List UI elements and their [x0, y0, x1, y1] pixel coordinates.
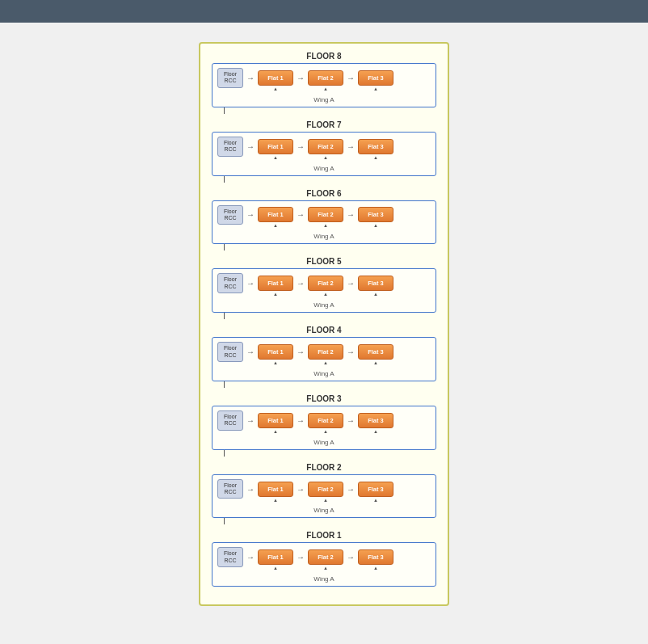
floor-box-2: FloorRCC→Flat 1→Flat 2→Flat 3Wing A — [212, 200, 436, 245]
floor-row-7: FloorRCC→Flat 1→Flat 2→Flat 3 — [217, 547, 431, 567]
arrow-flat-3-0: → — [297, 279, 305, 288]
wing-bottom-1: Wing A — [217, 165, 431, 172]
arrow-flat-7-0: → — [297, 553, 305, 562]
rcc-box-3: FloorRCC — [217, 273, 243, 293]
arrow-flat-1-1: → — [347, 142, 355, 151]
flat-box-0-1: Flat 2 — [308, 70, 343, 86]
floor-section-4: FLOOR 4FloorRCC→Flat 1→Flat 2→Flat 3Wing… — [212, 326, 436, 388]
flat-box-2-2: Flat 3 — [358, 207, 393, 222]
arrow-rcc-1: → — [246, 142, 255, 151]
arrow-rcc-7: → — [246, 553, 255, 562]
floor-section-0: FLOOR 8FloorRCC→Flat 1→Flat 2→Flat 3Wing… — [212, 52, 436, 114]
floor-box-4: FloorRCC→Flat 1→Flat 2→Flat 3Wing A — [212, 337, 436, 381]
wing-bottom-6: Wing A — [217, 507, 431, 514]
flat-box-2-1: Flat 2 — [308, 207, 343, 222]
floor-section-7: FLOOR 1FloorRCC→Flat 1→Flat 2→Flat 3Wing… — [212, 531, 436, 587]
floor-box-0: FloorRCC→Flat 1→Flat 2→Flat 3Wing A — [212, 63, 436, 107]
floor-label-0: FLOOR 8 — [212, 52, 436, 61]
floor-row-4: FloorRCC→Flat 1→Flat 2→Flat 3 — [217, 342, 431, 362]
arrow-rcc-0: → — [246, 74, 255, 82]
page-header — [0, 0, 648, 23]
arrow-flat-7-1: → — [347, 553, 355, 562]
arrow-flat-3-1: → — [347, 279, 355, 288]
connector-0 — [224, 107, 225, 114]
flat-box-3-1: Flat 2 — [308, 276, 343, 291]
flat-box-7-2: Flat 3 — [358, 549, 393, 565]
wing-bottom-4: Wing A — [217, 370, 431, 377]
rcc-box-4: FloorRCC — [217, 342, 243, 362]
rcc-box-7: FloorRCC — [217, 547, 243, 567]
floor-box-7: FloorRCC→Flat 1→Flat 2→Flat 3Wing A — [212, 542, 436, 587]
flat-box-7-1: Flat 2 — [308, 549, 343, 565]
arrow-rcc-2: → — [246, 210, 255, 219]
connector-4 — [224, 381, 225, 388]
floor-row-5: FloorRCC→Flat 1→Flat 2→Flat 3 — [217, 410, 431, 431]
flat-box-5-0: Flat 1 — [258, 413, 293, 428]
floor-label-7: FLOOR 1 — [212, 531, 436, 540]
arrow-flat-4-1: → — [347, 347, 355, 356]
flat-box-5-1: Flat 2 — [308, 413, 343, 428]
floor-box-6: FloorRCC→Flat 1→Flat 2→Flat 3Wing A — [212, 474, 436, 519]
main-content: FLOOR 8FloorRCC→Flat 1→Flat 2→Flat 3Wing… — [0, 23, 648, 622]
floor-section-6: FLOOR 2FloorRCC→Flat 1→Flat 2→Flat 3Wing… — [212, 463, 436, 525]
rcc-box-2: FloorRCC — [217, 205, 243, 225]
arrow-rcc-3: → — [246, 279, 255, 288]
building-container: FLOOR 8FloorRCC→Flat 1→Flat 2→Flat 3Wing… — [199, 42, 449, 606]
flat-box-1-1: Flat 2 — [308, 139, 343, 154]
flat-box-3-2: Flat 3 — [358, 276, 393, 291]
rcc-box-0: FloorRCC — [217, 68, 243, 88]
floor-label-6: FLOOR 2 — [212, 463, 436, 472]
rcc-box-5: FloorRCC — [217, 410, 243, 431]
arrow-flat-1-0: → — [297, 142, 305, 151]
connector-5 — [224, 450, 225, 457]
floor-section-1: FLOOR 7FloorRCC→Flat 1→Flat 2→Flat 3Wing… — [212, 120, 436, 183]
connector-6 — [224, 518, 225, 524]
arrow-flat-6-0: → — [297, 485, 305, 494]
arrow-rcc-5: → — [246, 416, 255, 425]
floor-section-5: FLOOR 3FloorRCC→Flat 1→Flat 2→Flat 3Wing… — [212, 394, 436, 457]
flat-box-6-2: Flat 3 — [358, 482, 393, 497]
wing-bottom-7: Wing A — [217, 575, 431, 583]
connector-3 — [224, 313, 225, 319]
flat-box-1-0: Flat 1 — [258, 139, 293, 154]
arrow-flat-2-1: → — [347, 210, 355, 219]
floor-label-3: FLOOR 5 — [212, 257, 436, 266]
floor-section-2: FLOOR 6FloorRCC→Flat 1→Flat 2→Flat 3Wing… — [212, 189, 436, 251]
arrow-flat-6-1: → — [347, 485, 355, 494]
floor-row-0: FloorRCC→Flat 1→Flat 2→Flat 3 — [217, 68, 431, 88]
arrow-flat-0-0: → — [297, 74, 305, 82]
floor-box-5: FloorRCC→Flat 1→Flat 2→Flat 3Wing A — [212, 406, 436, 450]
floor-label-4: FLOOR 4 — [212, 326, 436, 335]
floor-label-1: FLOOR 7 — [212, 120, 436, 129]
flat-box-0-0: Flat 1 — [258, 70, 293, 86]
floor-section-3: FLOOR 5FloorRCC→Flat 1→Flat 2→Flat 3Wing… — [212, 257, 436, 319]
flat-box-3-0: Flat 1 — [258, 276, 293, 291]
floor-label-2: FLOOR 6 — [212, 189, 436, 198]
flat-box-6-1: Flat 2 — [308, 482, 343, 497]
connector-1 — [224, 176, 225, 183]
arrow-rcc-4: → — [246, 347, 255, 356]
floor-row-2: FloorRCC→Flat 1→Flat 2→Flat 3 — [217, 205, 431, 225]
flat-box-7-0: Flat 1 — [258, 549, 293, 565]
floor-row-3: FloorRCC→Flat 1→Flat 2→Flat 3 — [217, 273, 431, 293]
flat-box-1-2: Flat 3 — [358, 139, 393, 154]
floor-label-5: FLOOR 3 — [212, 394, 436, 403]
rcc-box-6: FloorRCC — [217, 479, 243, 499]
wing-bottom-0: Wing A — [217, 96, 431, 103]
flat-box-0-2: Flat 3 — [358, 70, 393, 86]
floor-box-3: FloorRCC→Flat 1→Flat 2→Flat 3Wing A — [212, 268, 436, 313]
floor-row-1: FloorRCC→Flat 1→Flat 2→Flat 3 — [217, 137, 431, 157]
wing-bottom-5: Wing A — [217, 439, 431, 446]
flat-box-5-2: Flat 3 — [358, 413, 393, 428]
flat-box-6-0: Flat 1 — [258, 482, 293, 497]
wing-bottom-2: Wing A — [217, 233, 431, 240]
arrow-rcc-6: → — [246, 485, 255, 494]
floor-row-6: FloorRCC→Flat 1→Flat 2→Flat 3 — [217, 479, 431, 499]
arrow-flat-2-0: → — [297, 210, 305, 219]
wing-bottom-3: Wing A — [217, 301, 431, 309]
arrow-flat-5-1: → — [347, 416, 355, 425]
flat-box-2-0: Flat 1 — [258, 207, 293, 222]
flat-box-4-0: Flat 1 — [258, 344, 293, 360]
arrow-flat-5-0: → — [297, 416, 305, 425]
rcc-box-1: FloorRCC — [217, 137, 243, 157]
